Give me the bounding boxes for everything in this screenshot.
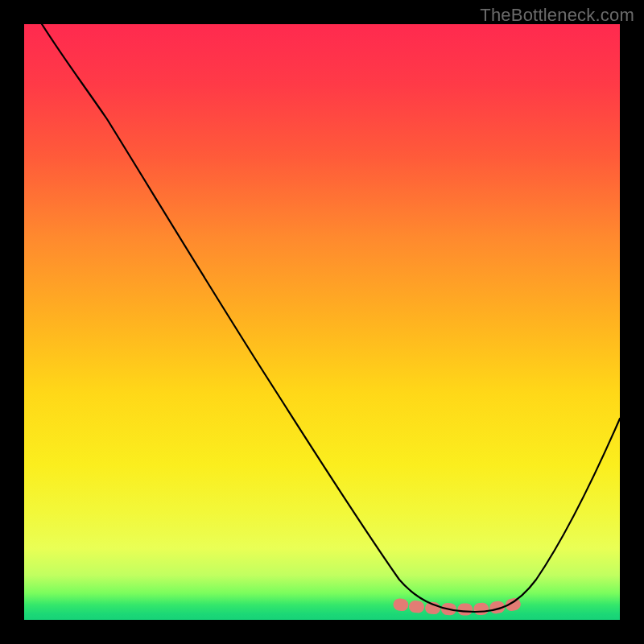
curve-svg [24,24,620,620]
chart-frame: TheBottleneck.com [0,0,644,644]
plot-area [24,24,620,620]
watermark-text: TheBottleneck.com [480,5,634,26]
bottleneck-curve [42,24,620,612]
